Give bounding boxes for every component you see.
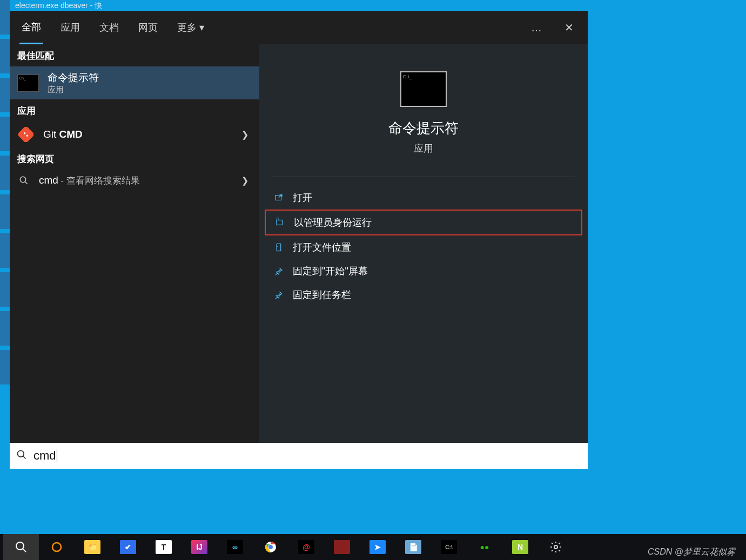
taskbar-chrome-button[interactable] (253, 534, 288, 560)
folder-icon (273, 242, 284, 253)
web-query-text: cmd (39, 174, 58, 186)
taskbar-intellij-button[interactable]: IJ (182, 534, 217, 560)
chevron-right-icon: ❯ (241, 130, 252, 140)
action-run-as-admin[interactable]: 以管理员身份运行 (265, 210, 582, 235)
open-icon (273, 192, 284, 203)
taskbar-notepad-button[interactable]: 📄 (395, 534, 431, 560)
taskbar-settings-button[interactable] (538, 534, 574, 560)
svg-point-2 (26, 135, 29, 137)
results-column: 最佳匹配 C:\_ 命令提示符 应用 应用 Git CMD ❯ 搜索网页 (10, 44, 259, 443)
tab-documents[interactable]: 文档 (97, 11, 121, 44)
search-input[interactable]: cmd (33, 449, 57, 463)
action-open-location[interactable]: 打开文件位置 (265, 235, 582, 259)
svg-point-15 (554, 545, 557, 549)
tab-apps[interactable]: 应用 (58, 11, 82, 44)
svg-line-11 (23, 549, 26, 552)
background-window-caption: electerm.exe dbeaver - 快 (15, 1, 102, 11)
result-title: Git CMD (43, 129, 233, 140)
tab-web[interactable]: 网页 (136, 11, 160, 44)
taskbar-cortana-button[interactable] (39, 534, 75, 560)
web-suffix-text: - 查看网络搜索结果 (61, 176, 139, 186)
svg-rect-0 (18, 127, 33, 142)
taskbar-search-button[interactable] (3, 534, 39, 560)
action-pin-taskbar[interactable]: 固定到任务栏 (265, 283, 582, 307)
result-search-web[interactable]: cmd - 查看网络搜索结果 ❯ (10, 170, 259, 191)
svg-rect-6 (277, 220, 283, 225)
taskbar-text-button[interactable]: T (146, 534, 182, 560)
taskbar-redbox-button[interactable] (324, 534, 360, 560)
taskbar-cloud-button[interactable]: ∞ (217, 534, 253, 560)
close-icon[interactable]: ✕ (560, 19, 578, 36)
taskbar-bluearrow-button[interactable]: ➤ (360, 534, 395, 560)
tab-all[interactable]: 全部 (19, 11, 43, 44)
taskbar: 📁 ✔ T IJ ∞ @ ➤ 📄 C:\ ●● N (0, 534, 746, 560)
action-label: 打开文件位置 (293, 241, 351, 254)
watermark: CSDN @梦里云花似雾 (648, 546, 735, 558)
taskbar-notepadpp-button[interactable]: N (502, 534, 538, 560)
desktop-icons-strip (0, 0, 10, 475)
preview-title: 命令提示符 (388, 119, 459, 138)
chevron-right-icon: ❯ (241, 176, 252, 186)
preview-subtitle: 应用 (414, 142, 433, 155)
svg-point-12 (52, 543, 61, 551)
result-cmd-best-match[interactable]: C:\_ 命令提示符 应用 (10, 66, 259, 99)
preview-actions: 打开 以管理员身份运行 打开文件位置 固定到"开始"屏幕 固定到任务栏 (259, 183, 588, 307)
result-title: 命令提示符 (48, 71, 252, 85)
search-icon (16, 449, 27, 462)
cmd-icon: C:\_ (400, 71, 447, 107)
svg-point-10 (16, 542, 24, 550)
category-search-web: 搜索网页 (10, 147, 259, 170)
svg-line-9 (23, 456, 26, 459)
pin-icon (273, 266, 284, 276)
tab-more[interactable]: 更多 ▾ (175, 11, 206, 44)
taskbar-terminal-button[interactable]: C:\ (431, 534, 467, 560)
category-apps: 应用 (10, 99, 259, 122)
action-open[interactable]: 打开 (265, 186, 582, 210)
search-input-bar[interactable]: cmd (10, 443, 588, 469)
svg-line-4 (25, 181, 28, 184)
separator (272, 177, 575, 177)
svg-point-8 (18, 451, 24, 457)
result-subtitle: 应用 (48, 85, 252, 95)
taskbar-swirl-button[interactable]: @ (288, 534, 324, 560)
svg-rect-7 (277, 244, 281, 251)
action-label: 打开 (293, 191, 312, 204)
cmd-icon: C:\_ (17, 75, 39, 92)
search-tabs: 全部 应用 文档 网页 更多 ▾ … ✕ (10, 11, 588, 44)
taskbar-wechat-button[interactable]: ●● (467, 534, 502, 560)
result-git-cmd[interactable]: Git CMD ❯ (10, 122, 259, 147)
preview-column: C:\_ 命令提示符 应用 打开 以管理员身份运行 打开文件位置 (259, 44, 588, 443)
action-label: 固定到"开始"屏幕 (293, 265, 368, 278)
taskbar-todo-button[interactable]: ✔ (110, 534, 146, 560)
search-icon (17, 174, 30, 187)
category-best-match: 最佳匹配 (10, 44, 259, 66)
action-label: 固定到任务栏 (293, 288, 351, 301)
taskbar-explorer-button[interactable]: 📁 (75, 534, 110, 560)
start-search-panel: 全部 应用 文档 网页 更多 ▾ … ✕ 最佳匹配 C:\_ 命令提示符 应用 … (10, 11, 588, 443)
text-cursor (57, 449, 57, 462)
pin-icon (273, 289, 284, 300)
svg-point-1 (24, 132, 26, 134)
git-icon (17, 126, 35, 143)
action-pin-start[interactable]: 固定到"开始"屏幕 (265, 259, 582, 283)
tabs-more-icon[interactable]: … (529, 19, 545, 36)
shield-icon (274, 217, 285, 228)
svg-point-3 (20, 177, 26, 183)
action-label: 以管理员身份运行 (294, 216, 372, 229)
svg-point-14 (268, 545, 273, 549)
